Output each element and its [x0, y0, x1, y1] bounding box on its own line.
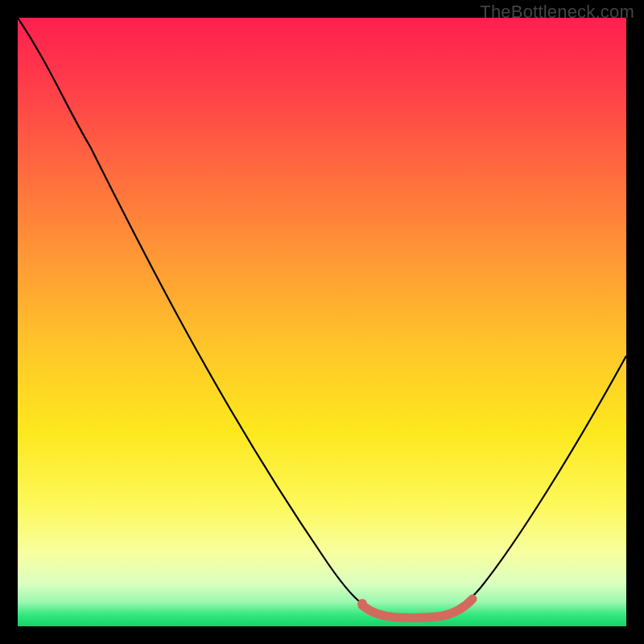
bottleneck-line-chart: [18, 18, 626, 626]
optimal-range-marker: [362, 599, 473, 618]
optimal-start-dot: [357, 599, 367, 609]
chart-area: [18, 18, 626, 626]
watermark-text: TheBottleneck.com: [480, 2, 634, 23]
curve-path: [18, 18, 626, 616]
